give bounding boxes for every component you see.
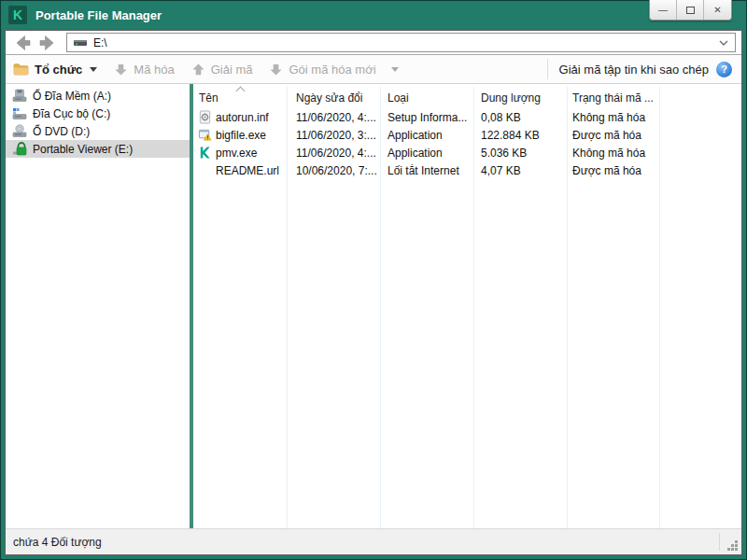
column-header-status[interactable]: Trạng thái mã ... — [567, 91, 669, 105]
window-body: E:\ Tổ chức Mã hóa — [5, 30, 742, 555]
file-size: 122.884 KB — [473, 129, 567, 142]
exe-file-icon — [198, 128, 212, 142]
lock-icon — [12, 142, 27, 156]
drive-icon — [73, 37, 88, 49]
organize-button[interactable]: Tổ chức — [13, 63, 97, 77]
file-name: bigfile.exe — [216, 129, 266, 142]
column-header-type[interactable]: Loại — [380, 91, 473, 105]
maximize-icon — [686, 7, 695, 14]
file-encryption-status: Không mã hóa — [567, 147, 669, 160]
sidebar-item-label: Ổ Đĩa Mềm (A:) — [33, 90, 111, 103]
decrypt-on-copy-label: Giải mã tập tin khi sao chép — [559, 63, 709, 77]
file-modified: 11/06/2020, 3:... — [287, 129, 380, 142]
floppy-drive-icon — [12, 89, 27, 103]
file-modified: 11/06/2020, 4:... — [287, 147, 380, 160]
local-disk-icon — [12, 106, 27, 120]
arrow-down-icon — [269, 63, 283, 77]
column-separator — [659, 87, 660, 528]
new-encrypted-package-button[interactable]: Gói mã hóa mới — [269, 63, 398, 77]
address-value[interactable]: E:\ — [93, 36, 712, 49]
sidebar-item-label: Đĩa Cục bộ (C:) — [33, 107, 110, 120]
file-size: 0,08 KB — [473, 111, 567, 124]
column-separator — [287, 87, 288, 528]
setup-file-icon — [198, 110, 212, 124]
organize-label: Tổ chức — [35, 63, 82, 77]
file-name: pmv.exe — [216, 147, 257, 160]
navigation-bar: E:\ — [6, 31, 741, 55]
file-name: README.url — [216, 164, 279, 177]
main-area: Ổ Đĩa Mềm (A:) Đĩa Cục bộ (C:) — [6, 84, 741, 528]
status-bar: chứa 4 Đối tượng — [6, 528, 741, 554]
chevron-down-icon[interactable] — [718, 39, 729, 47]
folder-icon — [13, 63, 29, 76]
sidebar-item-dvd-d[interactable]: Ổ DVD (D:) — [6, 122, 190, 140]
dvd-drive-icon — [12, 124, 27, 138]
file-modified: 10/06/2020, 7:... — [287, 164, 380, 177]
resize-grip[interactable] — [726, 539, 739, 552]
file-list: Tên Ngày sửa đổi Loại Dung lượng Trạng t… — [193, 84, 741, 528]
column-header-size[interactable]: Dung lượng — [473, 91, 567, 105]
sort-ascending-icon — [237, 86, 245, 93]
no-icon — [198, 163, 212, 177]
file-encryption-status: Được mã hóa — [567, 129, 669, 142]
file-type: Lối tắt Internet — [380, 164, 473, 177]
sidebar-item-local-disk-c[interactable]: Đĩa Cục bộ (C:) — [6, 105, 190, 122]
new-package-caret-icon — [391, 67, 399, 72]
arrow-down-icon — [114, 63, 128, 77]
sidebar-item-label: Portable Viewer (E:) — [33, 143, 133, 156]
help-icon[interactable]: ? — [716, 62, 732, 77]
encrypt-button[interactable]: Mã hóa — [114, 63, 174, 77]
encrypt-label: Mã hóa — [134, 63, 174, 77]
column-separator — [473, 87, 474, 528]
file-encryption-status: Không mã hóa — [567, 111, 669, 124]
file-size: 5.036 KB — [473, 147, 567, 160]
forward-icon[interactable] — [38, 35, 55, 51]
decrypt-button[interactable]: Giải mã — [191, 63, 253, 77]
drive-sidebar: Ổ Đĩa Mềm (A:) Đĩa Cục bộ (C:) — [6, 84, 190, 528]
close-button[interactable]: ✕ — [704, 0, 731, 20]
window-controls: — ✕ — [649, 0, 732, 21]
status-text: chứa 4 Đối tượng — [13, 536, 102, 549]
column-header-modified[interactable]: Ngày sửa đổi — [287, 91, 380, 105]
file-encryption-status: Được mã hóa — [567, 164, 669, 177]
file-type: Application — [380, 147, 473, 160]
file-type: Setup Informa... — [380, 111, 473, 124]
back-icon[interactable] — [15, 35, 32, 51]
file-name: autorun.inf — [216, 111, 269, 124]
column-separator — [380, 87, 381, 528]
maximize-button[interactable] — [677, 0, 704, 20]
window-title: Portable File Manager — [35, 8, 162, 22]
organize-caret-icon — [90, 67, 97, 72]
file-size: 4,07 KB — [473, 164, 567, 177]
column-separator — [567, 87, 568, 528]
decrypt-label: Giải mã — [211, 63, 253, 77]
statusbar-separator — [719, 533, 720, 551]
kaspersky-app-icon — [198, 146, 212, 160]
decrypt-on-copy-option[interactable]: Giải mã tập tin khi sao chép ? — [559, 62, 732, 77]
sidebar-item-portable-viewer-e[interactable]: Portable Viewer (E:) — [6, 140, 190, 158]
arrow-up-icon — [191, 63, 205, 77]
file-type: Application — [380, 129, 473, 142]
toolbar: Tổ chức Mã hóa Giải mã Gói mã hóa mới — [6, 55, 741, 84]
new-encrypted-package-label: Gói mã hóa mới — [289, 63, 375, 77]
address-bar[interactable]: E:\ — [66, 33, 736, 52]
sidebar-item-label: Ổ DVD (D:) — [33, 125, 90, 138]
toolbar-separator — [547, 59, 548, 79]
minimize-button[interactable]: — — [650, 0, 677, 20]
sidebar-item-floppy-a[interactable]: Ổ Đĩa Mềm (A:) — [6, 87, 190, 105]
titlebar: K Portable File Manager — ✕ — [0, 0, 747, 30]
file-modified: 11/06/2020, 4:... — [287, 111, 380, 124]
kaspersky-logo-icon: K — [8, 6, 27, 24]
app-window: K Portable File Manager — ✕ — [0, 0, 747, 560]
